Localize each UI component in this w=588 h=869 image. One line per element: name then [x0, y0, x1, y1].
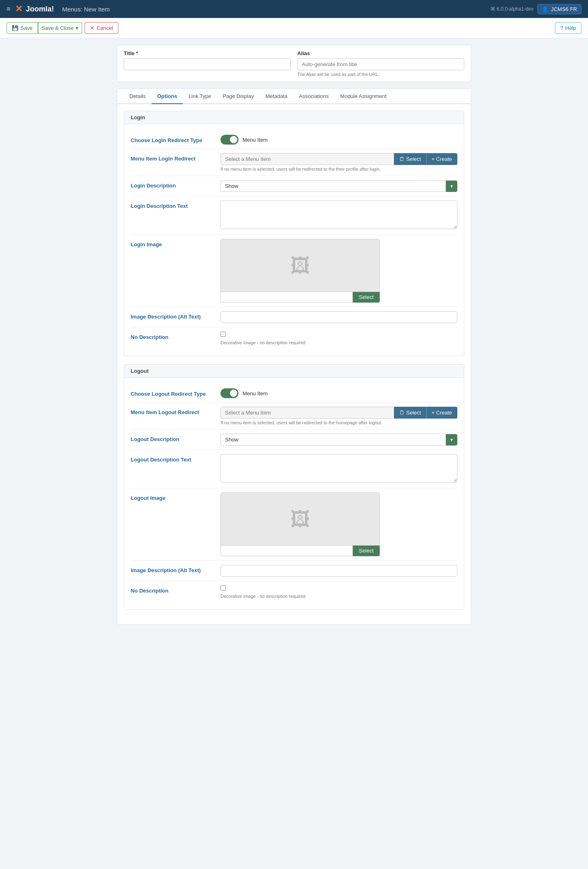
logout-description-select[interactable]: Show Hide: [220, 434, 446, 446]
logout-redirect-toggle[interactable]: [220, 388, 238, 398]
logout-alt-text-input[interactable]: [220, 565, 457, 577]
dropdown-arrow-icon: ▾: [76, 25, 78, 31]
login-select-button[interactable]: 🗒 Select: [394, 153, 426, 165]
tab-metadata[interactable]: Metadata: [260, 89, 293, 104]
cancel-label: Cancel: [96, 25, 113, 31]
alias-field-group: Alias The Alias will be used as part of …: [297, 50, 464, 77]
login-description-arrow[interactable]: ▾: [446, 180, 457, 192]
login-redirect-toggle[interactable]: [220, 135, 238, 145]
login-toggle-wrap: Menu Item: [220, 135, 457, 145]
login-description-field: Show Hide ▾: [220, 180, 457, 192]
logout-menu-item-label: Menu Item Logout Redirect: [131, 407, 220, 415]
tab-details[interactable]: Details: [124, 89, 151, 104]
logout-no-description-field: Decorative Image - no description requir…: [220, 585, 457, 599]
alias-input[interactable]: [297, 58, 464, 70]
login-create-button[interactable]: + Create: [426, 153, 457, 165]
logout-image-label: Logout Image: [131, 492, 220, 501]
tab-link-type[interactable]: Link Type: [183, 89, 217, 104]
tab-options-content: Login Choose Login Redirect Type Menu It…: [117, 104, 471, 624]
tabs-container: Details Options Link Type Page Display M…: [117, 89, 471, 625]
login-image-select-button[interactable]: Select: [353, 292, 380, 303]
hamburger-menu[interactable]: ≡: [7, 5, 10, 13]
login-image-field: 🖼 Select: [220, 239, 457, 303]
logout-alt-text-row: Image Description (Alt Text): [131, 561, 457, 581]
tab-page-display[interactable]: Page Display: [217, 89, 260, 104]
login-no-description-hint: Decorative Image - no description requir…: [220, 340, 305, 345]
cancel-button[interactable]: ✕ Cancel: [85, 22, 118, 34]
login-no-description-row: No Description Decorative Image - no des…: [131, 328, 457, 349]
title-input[interactable]: [124, 58, 291, 70]
page-title: Menus: New Item: [62, 6, 110, 13]
login-select-label: Select: [406, 156, 421, 162]
save-close-label: Save & Close: [42, 25, 74, 31]
logout-description-row: Logout Description Show Hide ▾: [131, 430, 457, 450]
logout-select-group: 🗒 Select + Create: [220, 407, 457, 419]
logout-redirect-type-field: Menu Item: [220, 388, 457, 398]
login-alt-text-label: Image Description (Alt Text): [131, 311, 220, 320]
login-image-icon: 🖼: [290, 254, 310, 277]
login-image-row: Login Image 🖼 Select: [131, 235, 457, 307]
main-content: Title * Alias The Alias will be used as …: [110, 38, 478, 631]
logout-select-button[interactable]: 🗒 Select: [394, 407, 426, 419]
login-no-description-checkbox-row: [220, 332, 226, 337]
cancel-icon: ✕: [90, 25, 94, 31]
login-description-textarea[interactable]: [220, 201, 457, 229]
nav-left: ≡ ✕ Joomla! Menus: New Item: [7, 4, 110, 14]
logout-no-description-wrap: Decorative Image - no description requir…: [220, 585, 457, 599]
logout-select-label: Select: [406, 410, 421, 416]
login-no-description-checkbox[interactable]: [220, 332, 226, 337]
logout-image-field: 🖼 Select: [220, 492, 457, 556]
tab-module-assignment[interactable]: Module Assignment: [334, 89, 392, 104]
logout-redirect-hint: If no menu item is selected, users will …: [220, 420, 457, 425]
logout-alt-text-label: Image Description (Alt Text): [131, 565, 220, 573]
logout-alt-text-field: [220, 565, 457, 577]
logout-redirect-type-row: Choose Logout Redirect Type Menu Item: [131, 384, 457, 403]
help-button[interactable]: ? Help: [555, 22, 581, 34]
logout-toggle-wrap: Menu Item: [220, 388, 457, 398]
user-menu[interactable]: 👤 JCMS6 FR: [537, 4, 581, 14]
login-description-select[interactable]: Show Hide: [220, 180, 446, 192]
tab-options[interactable]: Options: [151, 89, 183, 104]
save-close-button[interactable]: Save & Close ▾: [38, 22, 82, 34]
logout-no-description-checkbox[interactable]: [220, 585, 226, 590]
logout-section: Logout Choose Logout Redirect Type Menu …: [124, 364, 464, 610]
logout-description-textarea[interactable]: [220, 454, 457, 483]
logout-menu-item-input[interactable]: [220, 407, 394, 419]
tabs-navigation: Details Options Link Type Page Display M…: [117, 89, 471, 104]
help-label: Help: [565, 25, 576, 31]
user-label: JCMS6 FR: [551, 6, 577, 12]
login-alt-text-input[interactable]: [220, 311, 457, 323]
login-select-group: 🗒 Select + Create: [220, 153, 457, 165]
logout-description-arrow[interactable]: ▾: [446, 434, 457, 446]
login-image-label: Login Image: [131, 239, 220, 247]
logout-image-select-button[interactable]: Select: [353, 546, 380, 556]
logout-image-placeholder: 🖼: [220, 492, 380, 546]
logout-create-button[interactable]: + Create: [426, 407, 457, 419]
login-description-text-row: Login Description Text: [131, 196, 457, 235]
login-description-dropdown: Show Hide ▾: [220, 180, 457, 192]
login-redirect-type-field: Menu Item: [220, 135, 457, 145]
login-image-path-input[interactable]: [220, 292, 353, 303]
tab-associations[interactable]: Associations: [293, 89, 334, 104]
logout-image-select-bar: Select: [220, 546, 380, 556]
nav-right: ⌘ 6.0.0-alpha1-dev 👤 JCMS6 FR: [490, 4, 581, 14]
logo-text: Joomla!: [26, 5, 54, 13]
logout-description-text-label: Logout Description Text: [131, 454, 220, 463]
logout-image-path-input[interactable]: [220, 546, 353, 556]
login-redirect-type-row: Choose Login Redirect Type Menu Item: [131, 131, 457, 149]
login-menu-item-input[interactable]: [220, 153, 394, 165]
logout-redirect-type-label: Choose Logout Redirect Type: [131, 388, 220, 397]
login-alt-text-field: [220, 311, 457, 323]
alias-label: Alias: [297, 50, 464, 56]
logout-toggle-label: Menu Item: [243, 390, 267, 397]
logout-menu-item-field: 🗒 Select + Create If no menu item is sel…: [220, 407, 457, 425]
save-button[interactable]: 💾 Save: [7, 22, 38, 34]
login-image-placeholder: 🖼: [220, 239, 380, 292]
logout-section-body: Choose Logout Redirect Type Menu Item Me…: [124, 378, 464, 609]
logout-section-header: Logout: [124, 365, 464, 378]
login-toggle-label: Menu Item: [243, 137, 267, 143]
save-label: Save: [20, 25, 33, 31]
select-icon: 🗒: [399, 156, 405, 162]
login-redirect-type-label: Choose Login Redirect Type: [131, 135, 220, 143]
logout-no-description-checkbox-row: [220, 585, 226, 590]
